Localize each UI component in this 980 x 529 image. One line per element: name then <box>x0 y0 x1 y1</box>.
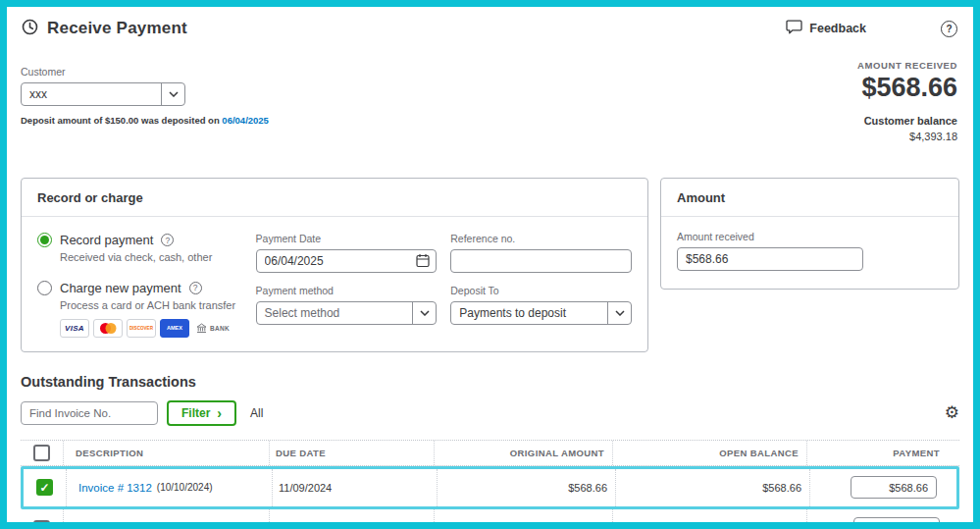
open-balance-cell: $568.66 <box>613 509 807 529</box>
feedback-bubble-icon <box>786 20 802 37</box>
mastercard-icon <box>93 319 123 338</box>
table-header-row: ✓ DESCRIPTION DUE DATE ORIGINAL AMOUNT O… <box>21 440 959 466</box>
question-circle-icon[interactable]: ? <box>161 234 174 246</box>
col-header-original-amount[interactable]: ORIGINAL AMOUNT <box>435 441 613 465</box>
deposit-to-label: Deposit To <box>450 285 632 296</box>
col-header-open-balance[interactable]: OPEN BALANCE <box>613 441 807 465</box>
record-or-charge-panel: Record or charge Record payment ? Receiv… <box>21 178 648 352</box>
invoice-date: (10/10/2024) <box>157 482 213 493</box>
table-row: ✓ Invoice # 1313 (10/10/2024) 11/09/2024… <box>21 509 959 529</box>
description-cell: Invoice # 1312 (10/10/2024) <box>67 469 273 506</box>
amount-received-total: $568.66 <box>857 73 957 103</box>
chevron-down-icon[interactable] <box>607 302 631 324</box>
row-checkbox[interactable]: ✓ <box>36 479 53 496</box>
card-brands-row: VISA DISCOVER AMEX <box>60 319 242 338</box>
page-title: Receive Payment <box>47 19 187 38</box>
amount-received-caption: AMOUNT RECEIVED <box>857 60 957 71</box>
customer-balance-value: $4,393.18 <box>857 131 957 142</box>
payment-date-input[interactable] <box>256 249 438 273</box>
filter-button[interactable]: Filter › <box>167 400 236 426</box>
payment-method-value: Select method <box>257 302 413 324</box>
receive-payment-page: Receive Payment Feedback ? Customer xxx <box>0 0 980 529</box>
amount-received-label: Amount received <box>677 231 943 242</box>
amount-panel: Amount Amount received <box>660 178 959 290</box>
charge-new-payment-sublabel: Process a card or ACH bank transfer <box>60 299 242 313</box>
transactions-table: ✓ DESCRIPTION DUE DATE ORIGINAL AMOUNT O… <box>21 440 959 529</box>
charge-new-payment-option[interactable]: Charge new payment ? <box>37 281 242 295</box>
deposit-note: Deposit amount of $150.00 was deposited … <box>21 115 269 126</box>
chevron-down-icon[interactable] <box>161 83 184 105</box>
record-payment-sublabel: Received via check, cash, other <box>60 251 242 265</box>
help-icon[interactable]: ? <box>941 21 957 37</box>
table-row: ✓ Invoice # 1312 (10/10/2024) 11/09/2024… <box>21 466 959 509</box>
description-cell: Invoice # 1313 (10/10/2024) <box>64 509 270 529</box>
record-payment-label: Record payment <box>60 233 153 247</box>
calendar-icon[interactable] <box>416 253 430 272</box>
panels-row: Record or charge Record payment ? Receiv… <box>7 178 973 352</box>
payment-input[interactable] <box>851 476 937 499</box>
payment-cell <box>810 469 956 506</box>
record-or-charge-title: Record or charge <box>22 179 647 217</box>
due-date-cell: 11/09/2024 <box>270 509 435 529</box>
amount-panel-title: Amount <box>661 179 958 217</box>
find-invoice-input[interactable] <box>21 401 158 425</box>
original-amount-cell: $568.66 <box>438 469 616 506</box>
row-select-cell: ✓ <box>24 469 67 506</box>
select-all-checkbox[interactable]: ✓ <box>33 445 50 461</box>
original-amount-cell: $568.66 <box>435 509 613 529</box>
record-payment-option[interactable]: Record payment ? <box>37 233 242 247</box>
deposit-note-text: Deposit amount of $150.00 was deposited … <box>21 115 222 126</box>
amex-icon: AMEX <box>160 319 189 338</box>
invoice-link[interactable]: Invoice # 1312 <box>78 482 152 494</box>
outstanding-transactions-section: Outstanding Transactions Filter › All ⚙ … <box>7 374 973 529</box>
recent-transactions-clock-icon[interactable] <box>21 18 39 40</box>
reference-no-input[interactable] <box>450 249 632 273</box>
col-header-due-date[interactable]: DUE DATE <box>270 441 435 465</box>
select-all-cell: ✓ <box>21 441 64 465</box>
visa-icon: VISA <box>60 319 89 338</box>
bank-icon: BANK <box>196 323 230 334</box>
payment-cell <box>807 509 959 529</box>
customer-select[interactable]: xxx <box>21 82 185 106</box>
payment-input[interactable] <box>853 517 940 529</box>
amount-summary: AMOUNT RECEIVED $568.66 Customer balance… <box>857 52 957 142</box>
discover-icon: DISCOVER <box>127 319 156 338</box>
chevron-down-icon[interactable] <box>412 302 436 324</box>
question-circle-icon[interactable]: ? <box>189 282 202 294</box>
charge-new-payment-label: Charge new payment <box>60 281 181 295</box>
deposit-to-value: Payments to deposit <box>451 302 607 324</box>
customer-balance-label: Customer balance <box>857 115 957 127</box>
top-bar: Receive Payment Feedback ? <box>7 7 973 46</box>
record-payment-radio[interactable] <box>37 233 52 247</box>
customer-select-value: xxx <box>22 83 161 105</box>
invoice-date: (10/10/2024) <box>154 523 210 529</box>
reference-no-label: Reference no. <box>450 233 632 244</box>
due-date-cell: 11/09/2024 <box>273 469 438 506</box>
customer-label: Customer <box>21 66 269 78</box>
row-checkbox[interactable]: ✓ <box>33 520 50 529</box>
payment-method-label: Payment method <box>256 285 438 296</box>
chevron-right-icon: › <box>217 406 222 420</box>
deposit-to-select[interactable]: Payments to deposit <box>450 301 632 325</box>
filter-button-label: Filter <box>181 406 210 420</box>
invoice-link[interactable]: Invoice # 1313 <box>76 522 149 529</box>
charge-new-payment-radio[interactable] <box>37 281 52 295</box>
filter-all-label: All <box>250 406 263 420</box>
transactions-controls: Filter › All ⚙ <box>21 400 959 426</box>
upper-section: Customer xxx Deposit amount of $150.00 w… <box>7 46 973 142</box>
col-header-payment[interactable]: PAYMENT <box>807 441 959 465</box>
open-balance-cell: $568.66 <box>616 469 810 506</box>
row-select-cell: ✓ <box>21 509 64 529</box>
payment-method-select[interactable]: Select method <box>256 301 438 325</box>
payment-date-label: Payment Date <box>256 233 438 244</box>
feedback-label: Feedback <box>809 22 866 35</box>
amount-received-input[interactable] <box>677 247 863 271</box>
check-icon: ✓ <box>39 482 49 494</box>
outstanding-transactions-title: Outstanding Transactions <box>21 374 959 390</box>
feedback-button[interactable]: Feedback <box>786 20 866 37</box>
gear-icon[interactable]: ⚙ <box>945 402 959 423</box>
deposit-note-date-link[interactable]: 06/04/2025 <box>222 115 269 126</box>
col-header-description[interactable]: DESCRIPTION <box>64 441 270 465</box>
